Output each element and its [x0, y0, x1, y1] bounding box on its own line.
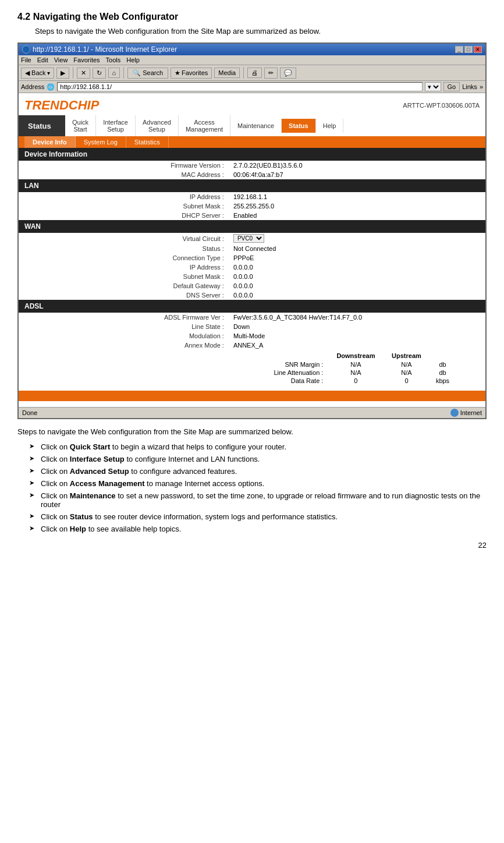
browser-statusbar: Done Internet [19, 407, 485, 418]
adsl-annex-row: Annex Mode : ANNEX_A [19, 341, 485, 350]
wan-subnet-row: Subnet Mask : 0.0.0.0 [19, 272, 485, 281]
browser-menubar: File Edit View Favorites Tools Help [19, 55, 485, 65]
lan-ip-label: IP Address : [19, 192, 229, 201]
nav-status[interactable]: Status [282, 119, 316, 133]
titlebar-left: http://192.168.1.1/ - Microsoft Internet… [22, 45, 177, 54]
version-badge: ARTTC-WPT.030606.00TA [403, 102, 480, 109]
close-button[interactable]: ✕ [474, 46, 482, 53]
router-nav: Status QuickStart InterfaceSetup Advance… [19, 115, 485, 136]
media-button[interactable]: Media [214, 68, 240, 78]
discuss-button[interactable]: 💬 [280, 68, 296, 79]
adsl-line-state-value: Down [229, 322, 485, 331]
edit-button[interactable]: ✏ [264, 68, 278, 79]
rate-us-value: 0 [384, 377, 429, 385]
snr-row: SNR Margin : N/A N/A db [258, 360, 456, 369]
maximize-button[interactable]: □ [464, 46, 473, 53]
nav-maintenance[interactable]: Maintenance [230, 119, 282, 133]
adsl-modulation-row: Modulation : Multi-Mode [19, 331, 485, 341]
forward-button[interactable]: ▶ [56, 68, 69, 79]
adsl-ds-us-spacer [19, 350, 229, 386]
adsl-annex-value: ANNEX_A [229, 341, 485, 350]
menu-edit[interactable]: Edit [37, 56, 48, 63]
lan-dhcp-value: Enabled [229, 211, 485, 220]
lan-ip-value: 192.168.1.1 [229, 192, 485, 201]
bullet-advanced-setup: Click on Advanced Setup to configure adv… [29, 465, 487, 477]
adsl-ds-us-row: Downstream Upstream SNR Margin : N/A N/A… [19, 350, 485, 386]
menu-tools[interactable]: Tools [106, 56, 121, 63]
ds-us-row-header-spacer [258, 351, 328, 360]
router-header: TRENDCHIP ARTTC-WPT.030606.00TA [19, 93, 485, 113]
home-button[interactable]: ⌂ [108, 68, 120, 78]
window-controls[interactable]: _ □ ✕ [455, 46, 482, 53]
adsl-table: ADSL Firmware Ver : FwVer:3.5.6.0_A_TC30… [19, 313, 485, 386]
mac-label: MAC Address : [19, 170, 229, 179]
wan-status-row: Status : Not Connected [19, 244, 485, 253]
search-icon: 🔍 [133, 69, 141, 77]
lan-dhcp-label: DHCP Server : [19, 211, 229, 220]
subnav-system-log[interactable]: System Log [76, 136, 126, 148]
lan-subnet-label: Subnet Mask : [19, 201, 229, 211]
search-button[interactable]: 🔍 Search [127, 68, 168, 79]
attn-row: Line Attenuation : N/A N/A db [258, 369, 456, 377]
adsl-annex-label: Annex Mode : [19, 341, 229, 350]
subnav: Device Info System Log Statistics [19, 136, 485, 148]
snr-unit: db [430, 360, 456, 369]
rate-label: Data Rate : [258, 377, 328, 385]
adsl-line-state-row: Line State : Down [19, 322, 485, 331]
menu-view[interactable]: View [54, 56, 68, 63]
nav-quick-start[interactable]: QuickStart [65, 115, 96, 136]
stop-button[interactable]: ✕ [77, 68, 90, 79]
below-summary: Steps to navigate the Web configuration … [17, 427, 487, 436]
globe-icon [450, 409, 459, 417]
nav-access-management[interactable]: AccessManagement [179, 115, 230, 136]
attn-unit: db [430, 369, 456, 377]
wan-ip-row: IP Address : 0.0.0.0 [19, 263, 485, 272]
subnav-statistics[interactable]: Statistics [126, 136, 169, 148]
wan-conn-type-value: PPPoE [229, 253, 485, 263]
snr-us-value: N/A [384, 360, 429, 369]
subnav-device-info[interactable]: Device Info [24, 136, 76, 148]
bullet-help: Click on Help to see available help topi… [29, 523, 487, 535]
nav-interface-setup[interactable]: InterfaceSetup [96, 115, 136, 136]
wan-gateway-label: Default Gateway : [19, 281, 229, 291]
go-button[interactable]: Go [443, 82, 460, 91]
ds-us-table: Downstream Upstream SNR Margin : N/A N/A… [258, 351, 456, 385]
wan-dns-row: DNS Server : 0.0.0.0 [19, 291, 485, 300]
wan-gateway-value: 0.0.0.0 [229, 281, 485, 291]
wan-table: Virtual Circuit : PVC0 Status : Not Conn… [19, 233, 485, 300]
bullet-status: Click on Status to see router device inf… [29, 511, 487, 523]
address-bar: Address 🌐 ▾ Go Links » [19, 81, 485, 93]
below-browser-text: Steps to navigate the Web configuration … [17, 427, 487, 535]
rate-ds-value: 0 [328, 377, 384, 385]
wan-vc-label: Virtual Circuit : [19, 233, 229, 244]
wan-dns-label: DNS Server : [19, 291, 229, 300]
favorites-toolbar-button[interactable]: ★ Favorites [171, 68, 212, 79]
nav-advanced-setup[interactable]: AdvancedSetup [136, 115, 179, 136]
menu-help[interactable]: Help [126, 56, 140, 63]
address-dropdown[interactable]: ▾ [425, 82, 441, 91]
print-button[interactable]: 🖨 [247, 68, 262, 78]
minimize-button[interactable]: _ [455, 46, 463, 53]
wan-vc-select[interactable]: PVC0 [233, 234, 264, 243]
toolbar-separator-3 [243, 67, 244, 79]
router-ui: TRENDCHIP ARTTC-WPT.030606.00TA Status Q… [19, 93, 485, 407]
device-info-header: Device Information [19, 148, 485, 161]
section-heading: 4.2 Navigating the Web Configurator [17, 12, 487, 22]
nav-help[interactable]: Help [316, 119, 344, 133]
links-button[interactable]: Links [462, 83, 477, 90]
adsl-firmware-row: ADSL Firmware Ver : FwVer:3.5.6.0_A_TC30… [19, 313, 485, 322]
nav-status-label: Status [19, 115, 65, 136]
adsl-modulation-value: Multi-Mode [229, 331, 485, 341]
adsl-firmware-label: ADSL Firmware Ver : [19, 313, 229, 322]
firmware-label: Firmware Version : [19, 161, 229, 170]
links-arrow-icon: » [480, 83, 483, 90]
lan-subnet-value: 255.255.255.0 [229, 201, 485, 211]
adsl-firmware-value: FwVer:3.5.6.0_A_TC3084 HwVer:T14.F7_0.0 [229, 313, 485, 322]
menu-file[interactable]: File [21, 56, 31, 63]
address-input[interactable] [57, 82, 422, 91]
back-button[interactable]: ◀ Back ▾ [21, 68, 54, 79]
menu-favorites[interactable]: Favorites [73, 56, 100, 63]
refresh-button[interactable]: ↻ [93, 68, 106, 79]
wan-gateway-row: Default Gateway : 0.0.0.0 [19, 281, 485, 291]
firmware-row: Firmware Version : 2.7.0.22(UE0.B1)3.5.6… [19, 161, 485, 170]
